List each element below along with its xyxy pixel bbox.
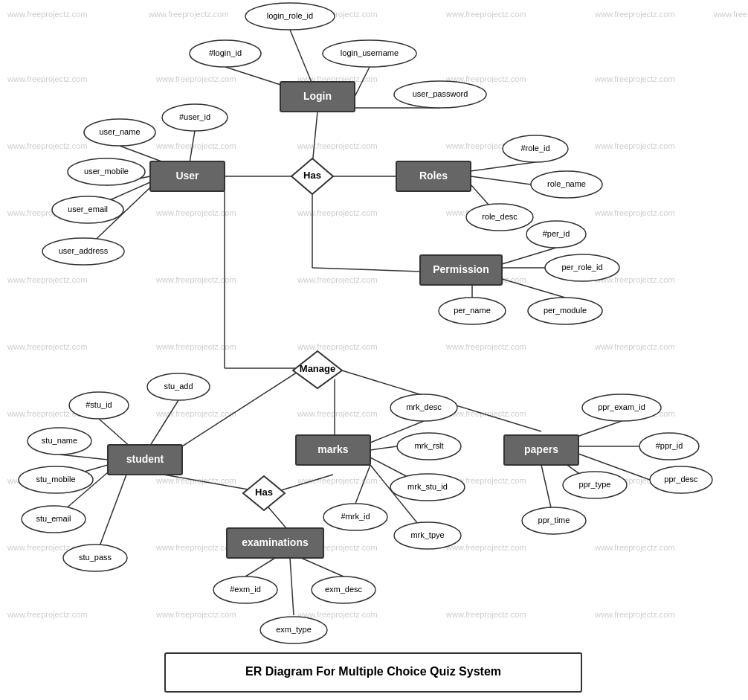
- entity-marks-label: marks: [317, 443, 348, 455]
- relation-has1-label: Has: [303, 170, 321, 181]
- attr-user-id-label: #user_id: [179, 112, 210, 121]
- attr-mrk-id-label: #mrk_id: [341, 512, 370, 521]
- attr-stu-email-label: stu_email: [36, 514, 71, 523]
- attr-stu-add-label: stu_add: [164, 382, 193, 391]
- svg-line-15: [471, 176, 531, 184]
- attr-stu-name-label: stu_name: [42, 436, 77, 445]
- diagram-container: www.freeprojectz.com www.freeprojectz.co…: [0, 0, 748, 700]
- attr-login-role-id-label: login_role_id: [267, 11, 313, 20]
- attr-user-address-label: user_address: [59, 246, 109, 255]
- attr-per-name-label: per_name: [454, 306, 491, 315]
- attr-exm-id-label: #exm_id: [230, 585, 261, 594]
- svg-line-14: [471, 162, 535, 171]
- attr-mrk-tpye-label: mrk_tpye: [410, 530, 444, 539]
- attr-stu-mobile-label: stu_mobile: [36, 475, 75, 484]
- attr-ppr-desc-label: ppr_desc: [664, 475, 698, 484]
- svg-line-2: [355, 67, 370, 97]
- attr-role-id-label: #role_id: [520, 144, 549, 152]
- svg-line-33: [370, 446, 397, 450]
- entity-papers-label: papers: [524, 443, 558, 455]
- entity-roles-label: Roles: [419, 170, 448, 182]
- attr-exm-type-label: exm_type: [276, 625, 312, 634]
- attr-user-email-label: user_email: [68, 205, 108, 213]
- attr-ppr-exam-id-label: ppr_exam_id: [598, 402, 645, 411]
- svg-line-20: [502, 279, 565, 298]
- attr-login-username-label: login_username: [341, 48, 399, 57]
- attr-user-name-label: user_name: [99, 127, 140, 136]
- attr-mrk-stu-id-label: mrk_stu_id: [407, 482, 448, 491]
- attr-role-desc-label: role_desc: [482, 212, 518, 221]
- attr-stu-pass-label: stu_pass: [79, 553, 112, 562]
- relation-manage-label: Manage: [300, 363, 335, 374]
- attr-per-module-label: per_module: [544, 306, 587, 315]
- er-diagram-svg: Login User Roles Permission student mark…: [0, 0, 748, 700]
- attr-ppr-id-label: #ppr_id: [656, 441, 683, 450]
- svg-line-35: [355, 465, 370, 504]
- caption-text: ER Diagram For Multiple Choice Quiz Syst…: [245, 665, 501, 678]
- svg-line-4: [312, 112, 317, 165]
- attr-ppr-time-label: ppr_time: [538, 516, 570, 524]
- entity-login-label: Login: [303, 90, 332, 102]
- attr-user-password-label: user_password: [413, 89, 468, 98]
- entity-student-label: student: [126, 453, 164, 465]
- svg-line-28: [59, 455, 108, 460]
- svg-line-46: [301, 558, 344, 577]
- svg-line-43: [279, 475, 333, 491]
- attr-ppr-type-label: ppr_type: [579, 480, 611, 489]
- attr-per-role-id-label: per_role_id: [561, 263, 602, 272]
- attr-user-mobile-label: user_mobile: [84, 167, 129, 176]
- svg-line-45: [245, 558, 275, 577]
- entity-permission-label: Permission: [433, 263, 489, 275]
- svg-line-47: [290, 558, 294, 615]
- entity-user-label: User: [175, 170, 199, 182]
- attr-mrk-rslt-label: mrk_rslt: [414, 441, 443, 450]
- svg-line-17: [502, 248, 556, 264]
- svg-line-42: [164, 475, 257, 491]
- relation-has2-label: Has: [255, 487, 273, 498]
- entity-examinations-label: examinations: [242, 536, 309, 548]
- attr-stu-id-label: #stu_id: [86, 400, 112, 409]
- svg-line-8: [312, 268, 420, 272]
- attr-exm-desc-label: exm_desc: [325, 585, 363, 594]
- attr-mrk-desc-label: mrk_desc: [406, 402, 442, 411]
- attr-login-id-label: #login_id: [209, 48, 242, 57]
- attr-per-id-label: #per_id: [543, 229, 570, 238]
- attr-role-name-label: role_name: [547, 179, 586, 188]
